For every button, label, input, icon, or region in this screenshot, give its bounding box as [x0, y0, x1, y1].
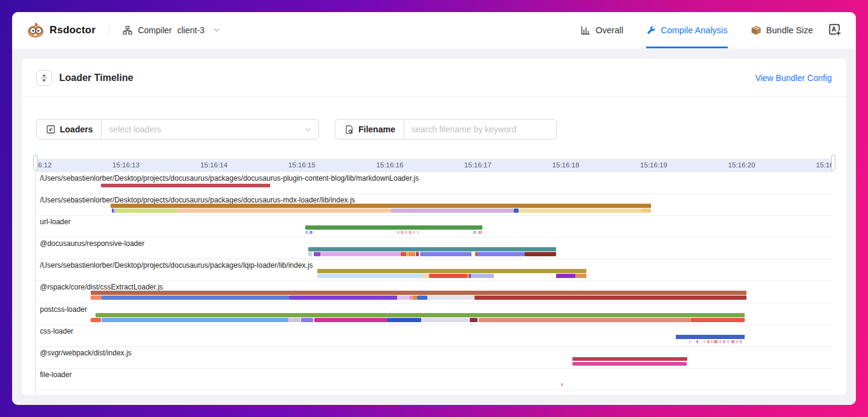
- loader-span[interactable]: [473, 231, 476, 234]
- loader-span[interactable]: [288, 318, 300, 322]
- loader-span[interactable]: [177, 208, 391, 213]
- loader-span[interactable]: [572, 357, 687, 361]
- tab-label: Overall: [595, 25, 623, 35]
- loader-span[interactable]: [91, 296, 102, 300]
- brand: Rsdoctor: [27, 21, 96, 39]
- time-tick-label: 15:16:14: [201, 161, 228, 169]
- compiler-value: client-3: [177, 25, 204, 35]
- loader-span[interactable]: [320, 252, 401, 256]
- loader-span[interactable]: [641, 208, 651, 213]
- loader-span[interactable]: [691, 318, 745, 322]
- loader-span[interactable]: [308, 252, 312, 256]
- filename-label: Filename: [358, 124, 395, 134]
- loader-span[interactable]: [413, 231, 415, 234]
- loader-span[interactable]: [727, 340, 729, 343]
- loader-span[interactable]: [401, 231, 404, 234]
- wrench-icon: [646, 25, 656, 35]
- loader-span[interactable]: [474, 296, 747, 300]
- chevron-down-icon: [305, 126, 311, 133]
- loader-span[interactable]: [572, 362, 687, 366]
- header-divider: [109, 24, 109, 37]
- loader-span[interactable]: [413, 296, 417, 300]
- loader-span[interactable]: [314, 318, 387, 322]
- loaders-select-addon: Loaders: [37, 120, 102, 139]
- loader-row-label: /Users/sebastienlorber/Desktop/projects/…: [40, 261, 313, 270]
- tab-compile-analysis[interactable]: Compile Analysis: [646, 12, 727, 48]
- loader-span[interactable]: [397, 231, 400, 234]
- loader-span[interactable]: [102, 296, 289, 300]
- chevron-down-icon: [213, 27, 220, 33]
- time-tick-label: 15:16:12: [35, 161, 51, 169]
- loader-span[interactable]: [317, 269, 586, 273]
- loader-span[interactable]: [417, 296, 427, 300]
- filename-search-input[interactable]: [412, 124, 551, 134]
- loader-span[interactable]: [101, 184, 270, 187]
- loader-span[interactable]: [111, 204, 651, 208]
- loader-span[interactable]: [719, 340, 721, 343]
- loader-span[interactable]: [305, 225, 482, 230]
- font-size-toggle-button[interactable]: A: [829, 24, 841, 36]
- loader-span[interactable]: [736, 340, 738, 343]
- loader-span[interactable]: [416, 252, 419, 256]
- compiler-select[interactable]: Compiler client-3: [123, 25, 220, 35]
- view-bundler-config-link[interactable]: View Bundler Config: [755, 73, 832, 83]
- tab-overall[interactable]: Overall: [581, 12, 623, 48]
- loader-span[interactable]: [514, 208, 519, 213]
- loaders-select-field[interactable]: select loaders: [102, 120, 319, 139]
- bar-chart-icon: [581, 25, 591, 35]
- time-ruler[interactable]: 15:16:1215:16:1315:16:1415:16:1515:16:16…: [35, 159, 833, 172]
- loader-span[interactable]: [314, 252, 320, 256]
- loader-span[interactable]: [387, 318, 421, 322]
- loader-span[interactable]: [96, 313, 745, 317]
- loader-span[interactable]: [731, 340, 734, 343]
- loader-span[interactable]: [519, 208, 641, 213]
- loader-span[interactable]: [423, 274, 429, 278]
- loader-span[interactable]: [91, 291, 747, 295]
- loader-span[interactable]: [401, 252, 406, 256]
- loader-span[interactable]: [704, 340, 705, 343]
- loader-span[interactable]: [308, 247, 556, 251]
- loader-span[interactable]: [470, 318, 478, 322]
- loaders-select[interactable]: Loaders select loaders: [36, 119, 319, 140]
- loader-span[interactable]: [707, 340, 710, 343]
- loader-span[interactable]: [561, 383, 563, 386]
- loader-span[interactable]: [696, 340, 698, 343]
- loader-span[interactable]: [309, 231, 313, 234]
- loader-span[interactable]: [317, 274, 423, 278]
- loader-span[interactable]: [525, 252, 556, 256]
- brush-handle-right[interactable]: [831, 155, 835, 170]
- loader-span[interactable]: [391, 208, 514, 213]
- loader-span[interactable]: [723, 340, 725, 343]
- loader-span[interactable]: [115, 208, 177, 213]
- loader-span[interactable]: [427, 296, 474, 300]
- loader-span[interactable]: [102, 318, 288, 322]
- loader-span[interactable]: [479, 318, 691, 322]
- loader-span[interactable]: [397, 296, 409, 300]
- loader-span[interactable]: [689, 340, 690, 343]
- loader-span[interactable]: [714, 340, 717, 343]
- loader-span[interactable]: [478, 231, 482, 234]
- loader-span[interactable]: [409, 231, 412, 234]
- loader-span[interactable]: [91, 318, 101, 322]
- loader-span[interactable]: [478, 252, 525, 256]
- tab-bundle-size[interactable]: Bundle Size: [751, 12, 813, 48]
- loader-span[interactable]: [740, 340, 742, 343]
- loader-span[interactable]: [301, 318, 313, 322]
- filename-filter[interactable]: Filename: [335, 119, 557, 140]
- loader-span[interactable]: [417, 231, 419, 234]
- loader-span[interactable]: [422, 318, 468, 322]
- loader-span[interactable]: [289, 296, 397, 300]
- row-height-toggle-button[interactable]: [36, 70, 52, 86]
- loader-span[interactable]: [409, 252, 415, 256]
- loader-span[interactable]: [556, 274, 575, 278]
- loader-span[interactable]: [471, 274, 494, 278]
- loader-span[interactable]: [429, 274, 467, 278]
- loader-span[interactable]: [420, 252, 471, 256]
- loader-span[interactable]: [305, 231, 308, 234]
- loader-span[interactable]: [575, 274, 586, 278]
- loader-span[interactable]: [405, 231, 407, 234]
- loader-span[interactable]: [711, 340, 713, 343]
- loader-span[interactable]: [676, 335, 745, 339]
- loader-row-label: file-loader: [40, 370, 72, 379]
- brush-handle-left[interactable]: [33, 155, 37, 170]
